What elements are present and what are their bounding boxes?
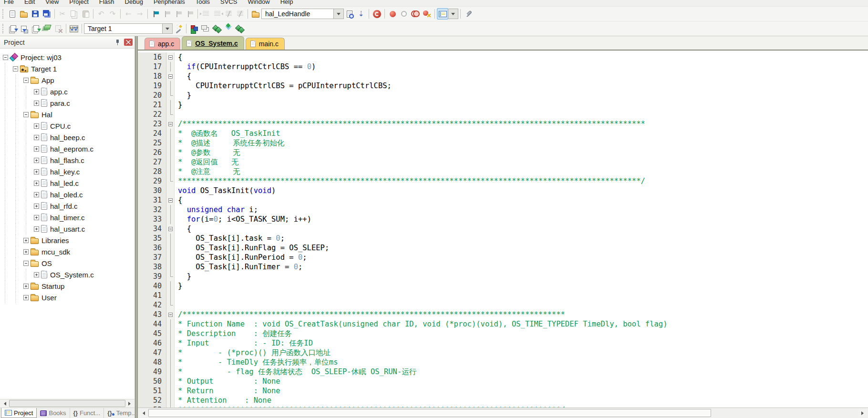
new-file-icon[interactable] [7, 8, 18, 20]
menu-help[interactable]: Help [280, 0, 293, 5]
scroll-thumb[interactable] [148, 409, 711, 417]
tree-item-hal-oled-c[interactable]: hal_oled.c [0, 189, 134, 200]
find-icon[interactable] [371, 8, 382, 20]
multi-project-icon[interactable] [234, 23, 246, 34]
tab-app-c[interactable]: app.c [145, 38, 180, 50]
project-windows-dropdown[interactable] [448, 9, 458, 19]
bookmark-clear-icon[interactable] [184, 8, 196, 20]
expand-icon[interactable] [34, 101, 39, 106]
manage-project-items-icon[interactable] [211, 23, 223, 34]
tree-item-hal-key-c[interactable]: hal_key.c [0, 166, 134, 177]
expand-icon[interactable] [34, 169, 39, 174]
menu-project[interactable]: Project [69, 0, 88, 5]
expand-icon[interactable] [34, 272, 39, 277]
collapse-icon[interactable] [23, 261, 29, 266]
tree-item-user[interactable]: User [0, 292, 134, 303]
expand-icon[interactable] [34, 204, 39, 209]
manage-rte-icon[interactable] [188, 23, 200, 34]
expand-icon[interactable] [34, 123, 39, 129]
batch-build-icon[interactable] [41, 23, 52, 34]
cut-icon[interactable]: ✂ [57, 8, 68, 20]
tree-item-hal-flash-c[interactable]: hal_flash.c [0, 154, 134, 166]
scroll-right-arrow[interactable] [858, 409, 867, 417]
fold-collapse-icon[interactable] [166, 71, 175, 81]
indent-icon[interactable] [211, 8, 223, 20]
tree-item-hal-beep-c[interactable]: hal_beep.c [0, 132, 134, 143]
panel-tab-books[interactable]: Books [37, 408, 70, 418]
file-member-combobox[interactable]: hal_LedHandle [261, 9, 334, 19]
manage-layers-icon[interactable] [200, 23, 211, 34]
expand-icon[interactable] [34, 146, 39, 152]
menu-file[interactable]: File [4, 0, 14, 5]
tree-item-hal-rfd-c[interactable]: hal_rfd.c [0, 200, 134, 212]
uncomment-selection-icon[interactable] [234, 8, 246, 20]
fold-collapse-icon[interactable] [166, 224, 175, 234]
project-panel-hscrollbar[interactable] [0, 399, 134, 408]
tree-item-app-c[interactable]: app.c [0, 86, 134, 97]
toolbar-grip[interactable] [2, 24, 5, 33]
tree-item-hal-usart-c[interactable]: hal_usart.c [0, 223, 134, 234]
scroll-right-arrow[interactable] [126, 400, 134, 407]
copy-icon[interactable] [68, 8, 80, 20]
expand-icon[interactable] [23, 284, 29, 289]
menu-debug[interactable]: Debug [125, 0, 143, 5]
tree-item-os-system-c[interactable]: OS_System.c [0, 269, 134, 280]
menu-view[interactable]: View [45, 0, 59, 5]
target-select-combobox[interactable]: Target 1 [84, 23, 163, 34]
unindent-icon[interactable] [200, 8, 211, 20]
tab-os-system-c[interactable]: OS_System.c [182, 36, 244, 50]
menu-svcs[interactable]: SVCS [220, 0, 237, 5]
open-file-icon[interactable] [18, 8, 30, 20]
editor-hscrollbar[interactable] [138, 408, 868, 418]
configure-icon[interactable] [463, 8, 474, 20]
menu-window[interactable]: Window [248, 0, 269, 5]
stop-build-icon[interactable] [52, 23, 64, 34]
tree-item-cpu-c[interactable]: CPU.c [0, 120, 134, 132]
tree-item-app[interactable]: App [0, 74, 134, 86]
breakpoint-toggle-icon[interactable] [387, 8, 398, 20]
code-editor[interactable]: 16{17 if(CPUInterrupptCtrlCBS == 0)18 {1… [138, 51, 868, 408]
translate-icon[interactable] [7, 23, 18, 34]
breakpoint-disable-all-icon[interactable] [410, 8, 421, 20]
scroll-left-arrow[interactable] [0, 400, 9, 407]
target-select-dropdown[interactable] [163, 23, 173, 34]
pin-icon[interactable] [114, 39, 121, 46]
tree-item-libraries[interactable]: Libraries [0, 234, 134, 246]
rebuild-icon[interactable] [30, 23, 41, 34]
tree-item-hal-led-c[interactable]: hal_led.c [0, 177, 134, 189]
tree-item-hal-eeprom-c[interactable]: hal_eeprom.c [0, 143, 134, 154]
navigate-forward-icon[interactable]: → [134, 8, 145, 20]
breakpoint-kill-all-icon[interactable] [421, 8, 433, 20]
file-member-dropdown[interactable] [334, 9, 344, 19]
tab-main-c[interactable]: main.c [246, 38, 285, 50]
build-icon[interactable] [18, 23, 30, 34]
expand-icon[interactable] [34, 181, 39, 186]
expand-icon[interactable] [34, 89, 39, 94]
target-options-icon[interactable] [173, 23, 184, 34]
save-icon[interactable] [30, 8, 41, 20]
redo-icon[interactable]: ↷ [107, 8, 118, 20]
collapse-icon[interactable] [13, 66, 18, 71]
expand-icon[interactable] [23, 249, 29, 255]
expand-icon[interactable] [23, 238, 29, 243]
tree-item-project-wj03[interactable]: Project: wj03 [0, 51, 134, 63]
close-panel-button[interactable] [124, 39, 133, 46]
save-all-icon[interactable] [41, 8, 52, 20]
bookmark-toggle-icon[interactable] [150, 8, 161, 20]
fold-collapse-icon[interactable] [166, 52, 175, 62]
incremental-find-icon[interactable]: ⇣ [355, 8, 367, 20]
expand-icon[interactable] [34, 135, 39, 140]
tree-item-para-c[interactable]: para.c [0, 97, 134, 109]
bookmark-next-icon[interactable] [161, 8, 173, 20]
tree-item-hal[interactable]: Hal [0, 109, 134, 120]
tree-item-hal-timer-c[interactable]: hal_timer.c [0, 212, 134, 223]
expand-icon[interactable] [34, 215, 39, 220]
breakpoint-disable-icon[interactable] [398, 8, 410, 20]
expand-icon[interactable] [34, 192, 39, 197]
comment-selection-icon[interactable] [223, 8, 234, 20]
current-function-icon[interactable] [250, 8, 261, 20]
fold-collapse-icon[interactable] [166, 195, 175, 205]
panel-tab-funct[interactable]: {}Funct... [70, 408, 104, 418]
tree-item-mcu-sdk[interactable]: mcu_sdk [0, 246, 134, 257]
panel-tab-project[interactable]: Project [1, 408, 37, 418]
